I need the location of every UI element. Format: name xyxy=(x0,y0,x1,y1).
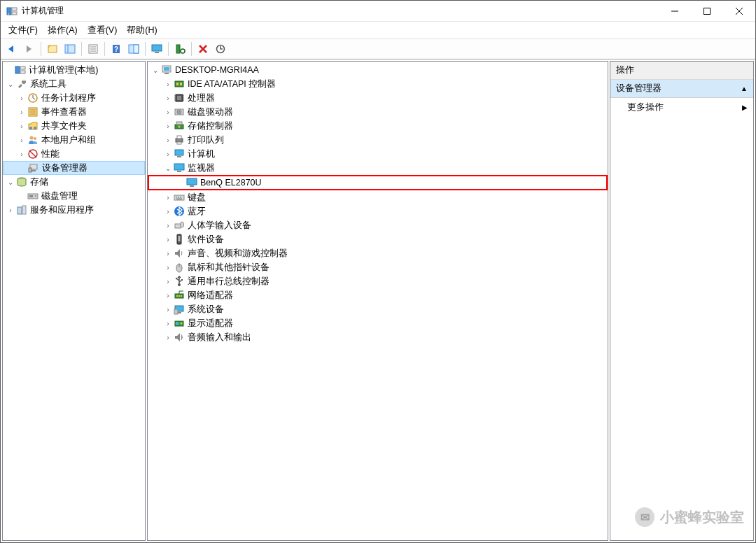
actions-item-more[interactable]: 更多操作 ▶ xyxy=(610,98,753,117)
clock-icon xyxy=(27,92,38,104)
device-row-usb[interactable]: ›通用串行总线控制器 xyxy=(148,274,608,288)
expand-icon[interactable]: › xyxy=(163,135,173,145)
svg-point-105 xyxy=(181,323,183,325)
device-row-cpu[interactable]: ›处理器 xyxy=(148,91,608,105)
expand-icon[interactable]: › xyxy=(163,192,173,202)
menu-help[interactable]: 帮助(H) xyxy=(122,23,162,38)
update-driver-button[interactable] xyxy=(212,41,229,57)
tree-row-task-scheduler[interactable]: ›任务计划程序 xyxy=(3,91,145,105)
close-button[interactable] xyxy=(723,1,755,22)
monitor-icon xyxy=(186,177,197,188)
expand-icon[interactable]: › xyxy=(17,135,27,145)
nav-forward-button[interactable] xyxy=(21,41,38,57)
svg-rect-5 xyxy=(704,8,710,14)
expand-icon[interactable]: › xyxy=(163,234,173,244)
expand-icon[interactable]: › xyxy=(163,107,173,117)
svg-rect-83 xyxy=(180,197,181,198)
svg-rect-75 xyxy=(177,156,181,157)
svg-rect-69 xyxy=(176,122,182,125)
options-button[interactable] xyxy=(125,41,142,57)
view-button[interactable] xyxy=(62,41,78,57)
actions-item-label: 更多操作 xyxy=(627,101,664,113)
device-row-mouse[interactable]: ›鼠标和其他指针设备 xyxy=(148,260,608,274)
properties-button[interactable] xyxy=(85,41,102,57)
device-row-print-queue[interactable]: ›打印队列 xyxy=(148,133,608,147)
device-row-software-dev[interactable]: ›软件设备 xyxy=(148,232,608,246)
expand-icon[interactable]: › xyxy=(163,304,173,314)
expand-icon[interactable]: › xyxy=(163,248,173,258)
maximize-button[interactable] xyxy=(691,1,723,22)
device-row-sound[interactable]: ›声音、视频和游戏控制器 xyxy=(148,246,608,260)
svg-rect-54 xyxy=(175,81,183,87)
device-row-root[interactable]: ⌄DESKTOP-MGRI4AA xyxy=(148,63,608,77)
tree-row-system-tools[interactable]: ⌄系统工具 xyxy=(3,77,145,91)
expand-icon[interactable]: › xyxy=(163,318,173,328)
expand-icon[interactable]: › xyxy=(163,262,173,272)
menu-action[interactable]: 操作(A) xyxy=(43,23,83,38)
nav-back-button[interactable] xyxy=(4,41,20,57)
uninstall-button[interactable] xyxy=(195,41,211,57)
device-row-computer[interactable]: ›计算机 xyxy=(148,147,608,161)
storage-icon xyxy=(16,176,27,188)
tree-row-disk-management[interactable]: ›磁盘管理 xyxy=(3,189,145,203)
svg-rect-55 xyxy=(176,83,178,85)
scan-hardware-button[interactable] xyxy=(172,41,188,57)
expand-icon[interactable]: › xyxy=(163,149,173,159)
device-row-bluetooth[interactable]: ›蓝牙 xyxy=(148,204,608,218)
device-row-ide[interactable]: ›IDE ATA/ATAPI 控制器 xyxy=(148,77,608,91)
device-row-display[interactable]: ›显示适配器 xyxy=(148,316,608,330)
tree-row-storage[interactable]: ⌄存储 xyxy=(3,175,145,189)
menu-file[interactable]: 文件(F) xyxy=(4,23,43,38)
collapse-icon[interactable]: ⌄ xyxy=(6,177,15,187)
expand-icon[interactable]: › xyxy=(163,220,173,230)
device-row-storage-ctrl[interactable]: ›存储控制器 xyxy=(148,119,608,133)
tree-row-shared-folders[interactable]: ›共享文件夹 xyxy=(3,119,145,133)
expand-icon[interactable]: › xyxy=(163,121,173,131)
help-button[interactable]: ? xyxy=(108,41,125,57)
collapse-icon[interactable]: ⌄ xyxy=(6,79,15,89)
svg-rect-82 xyxy=(178,197,179,198)
expand-icon[interactable]: › xyxy=(17,149,27,159)
tree-row-device-manager[interactable]: ›设备管理器 xyxy=(3,161,145,175)
collapse-icon[interactable]: ⌄ xyxy=(150,65,160,75)
app-icon xyxy=(6,6,18,17)
tree-row-performance[interactable]: ›性能 xyxy=(3,147,145,161)
expand-icon[interactable]: › xyxy=(163,79,173,89)
expand-icon[interactable]: › xyxy=(6,205,15,215)
collapse-icon[interactable]: ⌄ xyxy=(163,163,173,173)
expand-icon[interactable]: › xyxy=(163,206,173,216)
device-row-audio-io[interactable]: ›音频输入和输出 xyxy=(148,330,608,344)
device-row-keyboard[interactable]: ›键盘 xyxy=(148,190,608,204)
svg-rect-20 xyxy=(155,52,159,53)
device-row-disk-drives[interactable]: ›磁盘驱动器 xyxy=(148,105,608,119)
actions-section[interactable]: 设备管理器 ▲ xyxy=(610,80,753,98)
tree-label: 软件设备 xyxy=(188,234,224,246)
device-row-system-dev[interactable]: ›系统设备 xyxy=(148,302,608,316)
tree-row-local-users[interactable]: ›本地用户和组 xyxy=(3,133,145,147)
device-row-network[interactable]: ›网络适配器 xyxy=(148,288,608,302)
expand-icon[interactable]: › xyxy=(163,290,173,300)
chevron-right-icon: ▶ xyxy=(742,104,748,111)
toolbar-separator xyxy=(191,42,192,56)
svg-rect-98 xyxy=(178,295,180,297)
svg-rect-27 xyxy=(20,66,25,69)
menu-view[interactable]: 查看(V) xyxy=(83,23,122,38)
minimize-button[interactable] xyxy=(659,1,691,22)
show-hide-tree-button[interactable] xyxy=(44,41,61,57)
tree-row-root[interactable]: ▾计算机管理(本地) xyxy=(3,63,145,77)
expand-icon[interactable]: › xyxy=(17,93,27,103)
device-row-monitor-item[interactable]: ›BenQ EL2870U xyxy=(148,175,608,190)
expand-icon[interactable]: › xyxy=(17,121,27,131)
tree-label: 存储控制器 xyxy=(188,120,233,132)
expand-icon[interactable]: › xyxy=(163,332,173,342)
tree-row-event-viewer[interactable]: ›事件查看器 xyxy=(3,105,145,119)
tree-row-services[interactable]: ›服务和应用程序 xyxy=(3,203,145,217)
usb-icon xyxy=(174,276,185,287)
svg-rect-84 xyxy=(176,199,182,200)
device-row-monitor[interactable]: ⌄监视器 xyxy=(148,161,608,175)
expand-icon[interactable]: › xyxy=(163,93,173,103)
expand-icon[interactable]: › xyxy=(17,107,27,117)
expand-icon[interactable]: › xyxy=(163,276,173,286)
monitor-icon-button[interactable] xyxy=(148,41,165,57)
device-row-hid[interactable]: ›人体学输入设备 xyxy=(148,218,608,232)
